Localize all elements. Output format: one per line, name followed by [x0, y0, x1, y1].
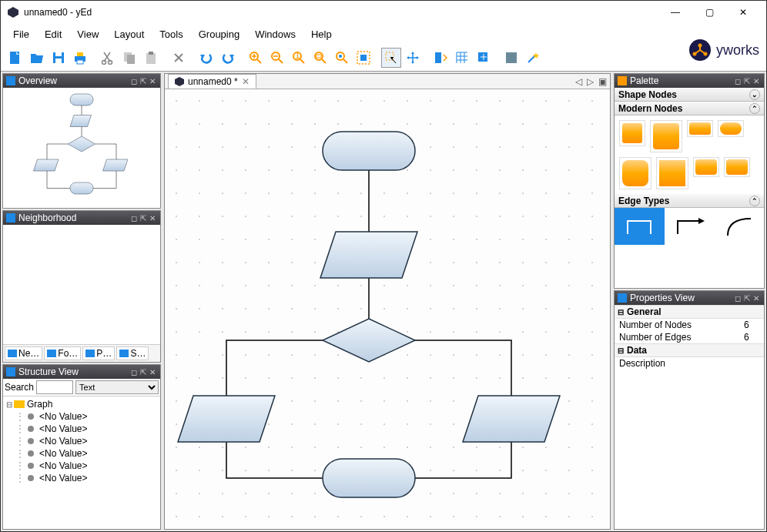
undo-button[interactable]: [196, 48, 216, 68]
panel-close-icon[interactable]: ✕: [752, 77, 761, 85]
palette-node-rect[interactable]: [693, 157, 719, 177]
menu-help[interactable]: Help: [305, 25, 338, 43]
panel-close-icon[interactable]: ✕: [148, 368, 157, 376]
tree-node[interactable]: ⋮<No Value>: [5, 435, 159, 447]
edge-orthogonal[interactable]: [615, 208, 665, 245]
palette-node-rect2[interactable]: [724, 157, 750, 177]
zoom-out-button[interactable]: [267, 48, 287, 68]
tab-list-icon[interactable]: ▣: [598, 76, 607, 87]
data-category[interactable]: ⊟Data: [615, 343, 764, 357]
palette-node-square-large[interactable]: [650, 120, 682, 152]
modern-nodes-header[interactable]: Modern Nodes⌃: [615, 102, 764, 115]
menu-grouping[interactable]: Grouping: [193, 25, 246, 43]
minimize-button[interactable]: —: [658, 2, 692, 23]
tab-prev-icon[interactable]: ◁: [575, 76, 582, 87]
magic-wand-button[interactable]: [523, 48, 543, 68]
maximize-button[interactable]: ▢: [692, 2, 726, 23]
panel-close-icon[interactable]: ✕: [752, 294, 761, 303]
orthogonal-button[interactable]: [474, 48, 494, 68]
run-layout-button[interactable]: [501, 48, 521, 68]
zoom-in-button[interactable]: [246, 48, 266, 68]
collapse-icon[interactable]: ⌃: [749, 103, 760, 114]
neighborhood-canvas[interactable]: [3, 225, 160, 344]
tab-label: unnamed0 *: [188, 76, 238, 87]
tree-root[interactable]: ⊟Graph: [5, 398, 159, 410]
svg-rect-32: [360, 55, 367, 61]
open-button[interactable]: [27, 48, 47, 68]
document-tab[interactable]: unnamed0 * ✕: [168, 74, 256, 89]
palette-node-pill[interactable]: [718, 120, 744, 137]
copy-button[interactable]: [119, 48, 139, 68]
print-button[interactable]: [70, 48, 90, 68]
property-row[interactable]: Description: [615, 357, 764, 370]
snap-button[interactable]: [430, 48, 450, 68]
predecessors-tab[interactable]: P…: [82, 346, 115, 360]
edge-step[interactable]: [665, 208, 715, 245]
tab-next-icon[interactable]: ▷: [587, 76, 594, 87]
panel-undock-icon[interactable]: ◻: [129, 368, 139, 376]
close-button[interactable]: ✕: [726, 2, 760, 23]
new-button[interactable]: [5, 48, 25, 68]
structure-tree[interactable]: ⊟Graph ⋮<No Value>⋮<No Value>⋮<No Value>…: [3, 396, 160, 529]
successors-tab[interactable]: S…: [116, 346, 149, 360]
palette-node-rect-small[interactable]: [687, 120, 713, 137]
cut-button[interactable]: [98, 48, 118, 68]
menu-windows[interactable]: Windows: [249, 25, 302, 43]
fit-content-button[interactable]: [353, 48, 373, 68]
svg-rect-27: [317, 55, 321, 58]
svg-rect-11: [77, 60, 83, 64]
panel-pin-icon[interactable]: ⇱: [139, 214, 148, 223]
edge-types-header[interactable]: Edge Types⌃: [615, 194, 764, 208]
general-category[interactable]: ⊟General: [615, 305, 764, 319]
tab-close-icon[interactable]: ✕: [242, 76, 250, 87]
zoom-fit-button[interactable]: [310, 48, 330, 68]
app-icon: [175, 77, 184, 86]
tree-node[interactable]: ⋮<No Value>: [5, 423, 159, 435]
redo-button[interactable]: [218, 48, 238, 68]
palette-node-square[interactable]: [619, 120, 645, 146]
panel-pin-icon[interactable]: ⇱: [139, 368, 148, 376]
panel-undock-icon[interactable]: ◻: [733, 294, 742, 303]
panel-pin-icon[interactable]: ⇱: [742, 294, 752, 303]
navigation-mode-button[interactable]: [403, 48, 423, 68]
shape-nodes-header[interactable]: Shape Nodes⌄: [615, 88, 764, 102]
tree-node[interactable]: ⋮<No Value>: [5, 460, 159, 472]
svg-rect-8: [55, 59, 62, 63]
search-input[interactable]: [36, 380, 73, 394]
overview-title: Overview: [18, 75, 129, 86]
zoom-selection-button[interactable]: [332, 48, 352, 68]
panel-undock-icon[interactable]: ◻: [129, 77, 139, 85]
tree-node[interactable]: ⋮<No Value>: [5, 447, 159, 460]
search-type-select[interactable]: Text: [75, 380, 159, 394]
neighborhood-tab[interactable]: Ne…: [5, 346, 42, 360]
panel-pin-icon[interactable]: ⇱: [139, 77, 148, 85]
followers-tab[interactable]: Fo…: [44, 346, 81, 360]
panel-close-icon[interactable]: ✕: [148, 77, 157, 85]
overview-canvas[interactable]: [3, 88, 160, 208]
menu-layout[interactable]: Layout: [108, 25, 150, 43]
collapse-icon[interactable]: ⌃: [749, 196, 760, 206]
panel-close-icon[interactable]: ✕: [148, 214, 157, 223]
menu-file[interactable]: File: [7, 25, 35, 43]
save-button[interactable]: [49, 48, 69, 68]
search-label: Search: [5, 382, 34, 393]
tree-node[interactable]: ⋮<No Value>: [5, 472, 159, 484]
paste-button[interactable]: [141, 48, 161, 68]
panel-undock-icon[interactable]: ◻: [129, 214, 139, 223]
panel-undock-icon[interactable]: ◻: [733, 77, 742, 85]
tree-node[interactable]: ⋮<No Value>: [5, 410, 159, 423]
graph-canvas[interactable]: [165, 89, 610, 529]
grid-button[interactable]: [452, 48, 472, 68]
expand-icon[interactable]: ⌄: [749, 89, 760, 100]
menu-edit[interactable]: Edit: [39, 25, 68, 43]
panel-pin-icon[interactable]: ⇱: [742, 77, 752, 85]
delete-button[interactable]: [169, 48, 189, 68]
menu-tools[interactable]: Tools: [153, 25, 189, 43]
palette-node-sharp[interactable]: [656, 157, 688, 189]
menu-view[interactable]: View: [71, 25, 105, 43]
palette-node-rounded[interactable]: [619, 157, 651, 189]
svg-point-54: [28, 426, 34, 432]
zoom-reset-button[interactable]: 1: [289, 48, 309, 68]
edit-mode-button[interactable]: [381, 48, 401, 68]
edge-curve[interactable]: [714, 208, 764, 245]
